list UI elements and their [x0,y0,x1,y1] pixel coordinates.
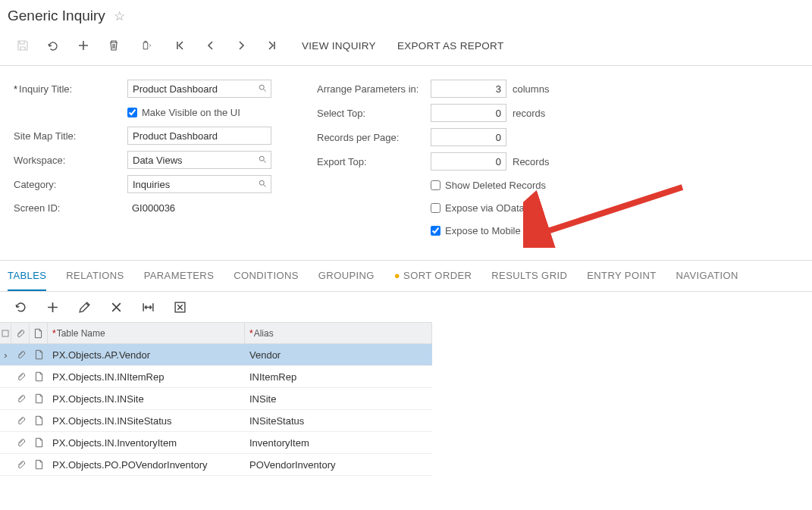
row-files-icon[interactable] [11,415,30,426]
row-files-icon[interactable] [11,459,30,470]
tab-conditions[interactable]: CONDITIONS [234,261,299,291]
table-row[interactable]: PX.Objects.IN.INSiteINSite [0,388,432,410]
row-alias[interactable]: INSiteStatus [245,415,432,427]
grid-header-alias[interactable]: *Alias [245,323,432,343]
arrange-params-input[interactable]: 3 [431,80,506,98]
favorite-star-icon[interactable]: ☆ [114,8,125,24]
table-row[interactable]: PX.Objects.IN.INItemRepINItemRep [0,366,432,388]
save-button[interactable] [8,33,38,58]
grid-refresh-button[interactable] [5,295,36,319]
tab-label: PARAMETERS [144,270,215,281]
grid-delete-button[interactable] [100,295,132,319]
row-notes-icon[interactable] [30,415,48,426]
tab-label: NAVIGATION [676,270,738,281]
grid-fit-button[interactable] [132,295,164,319]
category-input[interactable]: Inquiries [127,175,271,193]
row-alias[interactable]: INSite [245,393,432,405]
row-notes-icon[interactable] [30,349,48,360]
tab-relations[interactable]: RELATIONS [66,261,124,291]
export-as-report-button[interactable]: EXPORT AS REPORT [387,33,515,58]
save-icon [17,39,29,52]
tab-parameters[interactable]: PARAMETERS [144,261,215,291]
row-files-icon[interactable] [11,371,30,382]
table-row[interactable]: PX.Objects.IN.InventoryItemInventoryItem [0,432,432,454]
row-notes-icon[interactable] [30,437,48,448]
clipboard-icon [141,39,153,52]
row-table-name[interactable]: PX.Objects.IN.INSiteStatus [48,415,245,427]
pencil-icon [78,301,91,314]
grid-add-button[interactable] [36,295,68,319]
row-notes-icon[interactable] [30,371,48,382]
view-inquiry-button[interactable]: VIEW INQUIRY [291,33,387,58]
svg-line-4 [538,187,682,234]
screen-id-value: GI000036 [132,202,175,214]
table-row[interactable]: ›PX.Objects.AP.VendorVendor [0,344,432,366]
expose-mobile-label: Expose to Mobile [445,225,521,236]
row-files-icon[interactable] [11,437,30,448]
site-map-title-input[interactable]: Product Dashboard [127,127,271,145]
inquiry-title-input[interactable]: Product Dashboard [127,80,271,98]
expose-mobile-checkbox[interactable] [431,226,440,236]
first-record-button[interactable] [165,33,196,58]
make-visible-checkbox[interactable] [127,108,137,117]
row-table-name[interactable]: PX.Objects.IN.InventoryItem [48,437,245,449]
workspace-value: Data Views [133,155,257,166]
row-files-icon[interactable] [11,393,30,404]
row-table-name[interactable]: PX.Objects.PO.POVendorInventory [48,459,245,471]
grid-header-files[interactable] [11,323,30,343]
records-per-page-label: Records per Page: [317,132,431,143]
row-alias[interactable]: INItemRep [245,371,432,383]
workspace-input[interactable]: Data Views [127,151,271,169]
last-record-button[interactable] [256,33,287,58]
tab-label: TABLES [8,270,46,281]
search-icon[interactable] [257,179,268,190]
export-excel-icon [174,301,187,314]
select-top-input[interactable]: 0 [431,104,506,122]
export-top-input[interactable]: 0 [431,152,506,171]
row-table-name[interactable]: PX.Objects.AP.Vendor [48,349,245,361]
grid-header-indicator[interactable] [0,323,11,343]
grid-header-notes[interactable] [30,323,48,343]
row-notes-icon[interactable] [30,393,48,404]
table-row[interactable]: PX.Objects.PO.POVendorInventoryPOVendorI… [0,454,432,476]
row-alias[interactable]: Vendor [245,349,432,361]
table-row[interactable]: PX.Objects.IN.INSiteStatusINSiteStatus [0,410,432,432]
tab-entry-point[interactable]: ENTRY POINT [587,261,656,291]
tab-results-grid[interactable]: RESULTS GRID [491,261,567,291]
expose-odata-checkbox[interactable] [431,203,440,213]
copy-paste-button[interactable] [129,33,165,58]
x-icon [110,301,123,314]
chevron-left-icon [205,39,217,52]
workspace-label: Workspace: [14,155,127,166]
tab-navigation[interactable]: NAVIGATION [676,261,738,291]
show-deleted-checkbox[interactable] [431,180,440,190]
tab-label: GROUPING [318,270,375,281]
grid-export-button[interactable] [164,295,196,319]
add-button[interactable] [68,33,99,58]
grid-edit-button[interactable] [68,295,100,319]
row-notes-icon[interactable] [30,459,48,470]
records-per-page-input[interactable]: 0 [431,128,506,146]
tab-grouping[interactable]: GROUPING [318,261,375,291]
tab-tables[interactable]: TABLES [8,261,46,291]
refresh-icon [14,301,27,314]
tab-bar: TABLESRELATIONSPARAMETERSCONDITIONSGROUP… [0,261,812,291]
row-table-name[interactable]: PX.Objects.IN.INItemRep [48,371,245,383]
tab-label: CONDITIONS [234,270,299,281]
search-icon[interactable] [257,155,268,166]
row-alias[interactable]: POVendorInventory [245,459,432,471]
last-icon [265,39,277,52]
inquiry-title-label: Inquiry Title: [14,83,127,95]
tab-sort-order[interactable]: ●SORT ORDER [394,261,472,291]
delete-button[interactable] [99,33,129,58]
row-table-name[interactable]: PX.Objects.IN.INSite [48,393,245,405]
select-top-label: Select Top: [317,108,431,119]
row-alias[interactable]: InventoryItem [245,437,432,449]
search-icon[interactable] [257,83,268,95]
grid-header-table-name[interactable]: *Table Name [48,323,245,343]
row-files-icon[interactable] [11,349,30,360]
next-record-button[interactable] [226,33,256,58]
undo-button[interactable] [38,33,68,58]
prev-record-button[interactable] [196,33,226,58]
tab-label: SORT ORDER [403,270,472,281]
